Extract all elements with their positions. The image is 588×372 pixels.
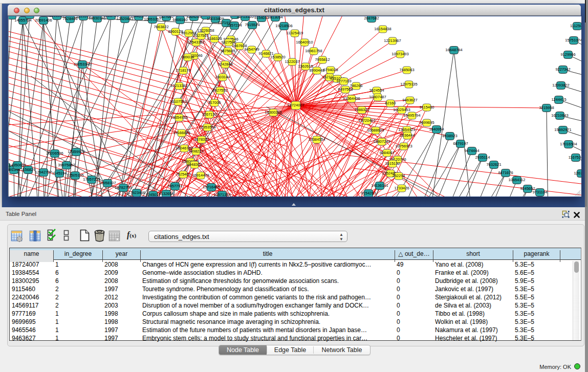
svg-text:16107553: 16107553 bbox=[169, 99, 186, 104]
svg-text:16640910: 16640910 bbox=[296, 40, 313, 45]
svg-text:5498222: 5498222 bbox=[188, 149, 203, 154]
svg-text:15692971: 15692971 bbox=[554, 127, 571, 132]
svg-text:12942737: 12942737 bbox=[35, 170, 52, 174]
svg-text:17016504: 17016504 bbox=[560, 142, 577, 146]
svg-text:9731104: 9731104 bbox=[533, 190, 548, 194]
svg-text:8960128: 8960128 bbox=[168, 29, 183, 34]
svg-text:1244415: 1244415 bbox=[551, 97, 566, 102]
svg-text:12213382: 12213382 bbox=[170, 83, 187, 88]
svg-text:12213967: 12213967 bbox=[384, 38, 401, 43]
svg-text:11325419: 11325419 bbox=[287, 31, 303, 35]
svg-text:17957235: 17957235 bbox=[83, 177, 100, 182]
svg-text:1145194: 1145194 bbox=[52, 171, 67, 176]
svg-text:9129966: 9129966 bbox=[560, 52, 575, 57]
svg-text:12093822: 12093822 bbox=[552, 83, 569, 87]
svg-text:9474444: 9474444 bbox=[464, 148, 479, 153]
svg-text:9154011: 9154011 bbox=[254, 16, 269, 20]
svg-text:7632621: 7632621 bbox=[486, 162, 501, 167]
svg-text:8154203: 8154203 bbox=[361, 191, 376, 195]
svg-text:7485063: 7485063 bbox=[399, 68, 414, 72]
svg-text:3624554: 3624554 bbox=[369, 88, 384, 93]
svg-text:3875685: 3875685 bbox=[220, 49, 235, 53]
svg-text:7625402: 7625402 bbox=[176, 172, 190, 177]
svg-text:15716485: 15716485 bbox=[203, 185, 220, 189]
svg-text:14136141: 14136141 bbox=[371, 183, 388, 188]
svg-text:16648784: 16648784 bbox=[445, 48, 462, 52]
svg-text:20691406: 20691406 bbox=[35, 18, 52, 23]
svg-text:16961758: 16961758 bbox=[305, 49, 322, 53]
svg-text:9115460: 9115460 bbox=[420, 105, 434, 110]
svg-text:14350614: 14350614 bbox=[9, 163, 26, 167]
svg-text:9227342: 9227342 bbox=[555, 67, 570, 72]
svg-text:8132654: 8132654 bbox=[159, 191, 173, 196]
svg-text:18300295: 18300295 bbox=[265, 110, 281, 115]
svg-text:1615132: 1615132 bbox=[385, 161, 400, 166]
svg-text:1112504: 1112504 bbox=[570, 24, 581, 28]
svg-text:16914479: 16914479 bbox=[192, 173, 209, 178]
svg-text:417006: 417006 bbox=[208, 100, 221, 105]
svg-text:17923466: 17923466 bbox=[128, 190, 145, 195]
svg-text:7528406: 7528406 bbox=[62, 16, 77, 21]
svg-text:8427552: 8427552 bbox=[212, 88, 227, 93]
svg-text:10807487: 10807487 bbox=[369, 95, 386, 99]
svg-text:19654935: 19654935 bbox=[170, 115, 187, 120]
svg-text:39975867: 39975867 bbox=[58, 163, 75, 167]
svg-text:16543382: 16543382 bbox=[187, 40, 204, 45]
svg-text:9463627: 9463627 bbox=[402, 98, 417, 102]
svg-text:6879197: 6879197 bbox=[453, 141, 468, 146]
svg-text:8454749: 8454749 bbox=[244, 47, 259, 52]
svg-text:9150014: 9150014 bbox=[9, 16, 19, 17]
svg-text:8813054: 8813054 bbox=[268, 16, 282, 19]
svg-text:10025453: 10025453 bbox=[393, 107, 410, 112]
svg-text:3215958: 3215958 bbox=[539, 105, 554, 110]
svg-text:9699695: 9699695 bbox=[419, 120, 434, 125]
svg-text:19384554: 19384554 bbox=[308, 137, 325, 142]
svg-text:12353594: 12353594 bbox=[199, 125, 215, 129]
svg-text:62160: 62160 bbox=[385, 101, 396, 105]
svg-text:9948302: 9948302 bbox=[187, 162, 202, 167]
svg-text:19218506: 19218506 bbox=[275, 24, 292, 28]
svg-text:10571354: 10571354 bbox=[213, 192, 230, 196]
svg-text:10688609: 10688609 bbox=[367, 128, 384, 133]
svg-text:12505135: 12505135 bbox=[67, 173, 83, 178]
svg-text:9327503: 9327503 bbox=[193, 33, 208, 38]
svg-text:2935114: 2935114 bbox=[475, 155, 490, 160]
svg-text:2718176: 2718176 bbox=[176, 68, 190, 73]
svg-text:989034: 989034 bbox=[181, 55, 194, 59]
svg-text:18724007: 18724007 bbox=[287, 103, 304, 107]
svg-text:15751074: 15751074 bbox=[565, 38, 581, 42]
svg-text:20206536: 20206536 bbox=[46, 151, 63, 156]
svg-text:6497568: 6497568 bbox=[338, 87, 353, 92]
svg-text:10973493: 10973493 bbox=[391, 52, 408, 56]
svg-text:1538520: 1538520 bbox=[270, 55, 285, 59]
svg-text:10958107: 10958107 bbox=[99, 181, 116, 185]
svg-text:2087682: 2087682 bbox=[364, 16, 379, 20]
svg-text:1840944: 1840944 bbox=[22, 16, 37, 17]
svg-text:1527602: 1527602 bbox=[159, 16, 173, 19]
svg-text:8990448: 8990448 bbox=[309, 68, 324, 73]
svg-text:7986322: 7986322 bbox=[354, 107, 369, 112]
svg-text:9857791: 9857791 bbox=[167, 184, 182, 188]
svg-text:1640954: 1640954 bbox=[429, 127, 444, 132]
svg-text:15720407: 15720407 bbox=[358, 118, 375, 123]
svg-text:29053346: 29053346 bbox=[74, 62, 91, 67]
svg-text:18807249: 18807249 bbox=[373, 139, 390, 144]
svg-text:7357224: 7357224 bbox=[227, 23, 242, 28]
svg-text:19166825: 19166825 bbox=[173, 130, 190, 135]
svg-text:1322037: 1322037 bbox=[285, 59, 299, 64]
svg-text:16782759: 16782759 bbox=[115, 185, 132, 190]
svg-text:9084067: 9084067 bbox=[379, 150, 394, 155]
svg-text:1267531: 1267531 bbox=[574, 171, 581, 176]
svg-text:21364436: 21364436 bbox=[343, 96, 360, 101]
svg-text:16713155: 16713155 bbox=[236, 16, 253, 19]
svg-text:7955812: 7955812 bbox=[315, 57, 330, 62]
svg-text:9245011: 9245011 bbox=[146, 192, 161, 196]
svg-text:15495794: 15495794 bbox=[403, 113, 420, 118]
svg-text:1167534: 1167534 bbox=[569, 155, 581, 160]
svg-text:8186328: 8186328 bbox=[207, 36, 222, 41]
svg-text:2803144: 2803144 bbox=[215, 75, 230, 79]
svg-text:10654112: 10654112 bbox=[509, 178, 526, 182]
svg-text:3267130: 3267130 bbox=[202, 112, 216, 117]
svg-text:2036444: 2036444 bbox=[400, 133, 415, 138]
svg-text:8938923: 8938923 bbox=[442, 134, 457, 138]
